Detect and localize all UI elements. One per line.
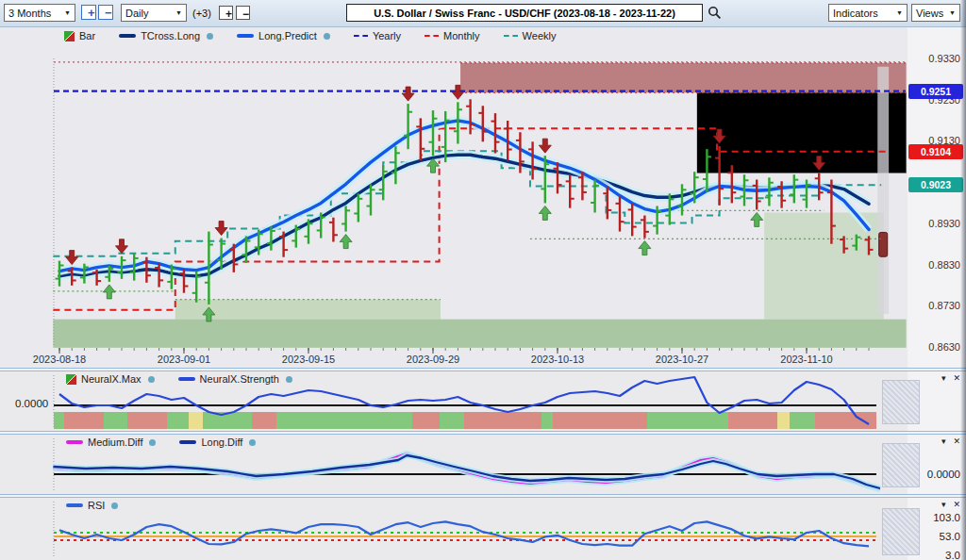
legend-label: Monthly	[443, 30, 480, 41]
date-axis-label: 2023-09-29	[393, 354, 473, 365]
views-button-label: Views	[916, 8, 943, 19]
info-dot-icon[interactable]	[111, 502, 118, 509]
price-axis-label: 0.8730	[909, 300, 960, 311]
line-icon	[178, 377, 195, 381]
panel-scroll-thumb[interactable]	[882, 508, 920, 555]
diff-panel: Medium.DiffLong.Diff 0.0000 ▾ ✕	[0, 435, 966, 494]
date-axis-label: 2023-10-13	[518, 354, 597, 365]
legend-label: Weekly	[523, 30, 557, 41]
legend-label: Medium.Diff	[88, 436, 142, 448]
main-legend: BarTCross.LongLong.PredictYearlyMonthlyW…	[64, 30, 573, 41]
price-badge: 0.9104	[908, 144, 963, 159]
legend-item-neuralx-max[interactable]: NeuralX.Max	[66, 373, 155, 385]
info-dot-icon[interactable]	[148, 376, 155, 383]
legend-item-long-diff[interactable]: Long.Diff	[179, 436, 256, 448]
range-select-value: 3 Months	[8, 8, 51, 19]
price-axis-label: 0.8830	[909, 259, 960, 271]
line-icon	[179, 440, 196, 444]
diff-zero-label: 0.0000	[921, 469, 960, 480]
close-panel-icon[interactable]: ✕	[953, 373, 960, 383]
collapse-panel-icon[interactable]: ▾	[941, 373, 946, 383]
price-axis-label: 0.9330	[909, 53, 960, 64]
indicators-button-label: Indicators	[833, 8, 878, 19]
legend-label: RSI	[88, 500, 105, 511]
rsi-axis-label: 103.0	[921, 512, 960, 523]
line-icon	[237, 34, 254, 38]
legend-label: Long.Diff	[201, 436, 242, 448]
legend-item-medium-diff[interactable]: Medium.Diff	[66, 436, 156, 448]
add-bars-button[interactable]: +	[219, 6, 233, 20]
price-axis-label: 0.8930	[909, 218, 960, 229]
interval-extra-label: (+3)	[192, 8, 211, 19]
info-dot-icon[interactable]	[249, 439, 256, 446]
neuralx-panel: NeuralX.MaxNeuralX.Strength 0.0000 ▾ ✕	[0, 371, 966, 431]
panel-divider[interactable]	[0, 431, 966, 435]
symbol-title[interactable]: U.S. Dollar / Swiss Franc - USD/CHF (202…	[346, 4, 703, 22]
bar-style-icon	[64, 31, 75, 41]
chevron-down-icon: ▼	[172, 9, 182, 16]
rsi-panel: RSI 103.053.03.0 ▾ ✕	[0, 498, 966, 560]
info-dot-icon[interactable]	[149, 439, 156, 446]
legend-label: Long.Predict	[258, 30, 317, 41]
price-axis-label: 0.8630	[909, 341, 960, 353]
panel-scroll-thumb[interactable]	[882, 380, 920, 424]
rsi-axis-label: 53.0	[921, 531, 960, 542]
rsi-legend: RSI	[66, 500, 135, 511]
legend-item-weekly[interactable]: Weekly	[504, 30, 557, 41]
price-badge: 0.9023	[908, 177, 963, 192]
line-icon	[66, 440, 83, 444]
date-axis-label: 2023-09-15	[269, 354, 348, 365]
neuralx-zero-label: 0.0000	[15, 398, 48, 409]
neuralx-legend: NeuralX.MaxNeuralX.Strength	[66, 373, 309, 385]
legend-item-bar[interactable]: Bar	[64, 30, 95, 41]
legend-label: NeuralX.Max	[81, 373, 142, 385]
chevron-down-icon: ▼	[945, 9, 956, 16]
line-icon	[66, 503, 83, 507]
panel-scroll-thumb[interactable]	[882, 443, 920, 487]
info-dot-icon[interactable]	[207, 33, 213, 40]
info-dot-icon[interactable]	[286, 376, 292, 383]
line-icon	[119, 34, 136, 38]
price-badge: 0.9251	[908, 84, 963, 99]
chevron-down-icon: ▼	[60, 9, 71, 16]
zoom-in-button[interactable]: +	[81, 5, 96, 20]
indicators-button[interactable]: Indicators ▼	[828, 4, 908, 22]
collapse-panel-icon[interactable]: ▾	[941, 436, 946, 446]
legend-item-rsi[interactable]: RSI	[66, 500, 118, 511]
dashed-line-icon	[425, 35, 439, 37]
legend-item-monthly[interactable]: Monthly	[425, 30, 480, 41]
rsi-axis-label: 3.0	[921, 550, 960, 560]
date-axis-label: 2023-08-18	[20, 354, 99, 365]
legend-label: TCross.Long	[141, 30, 200, 41]
dashed-line-icon	[504, 35, 518, 37]
interval-select[interactable]: Daily ▼	[121, 4, 187, 22]
legend-label: Yearly	[373, 30, 401, 41]
panel-divider[interactable]	[0, 494, 966, 498]
views-button[interactable]: Views ▼	[911, 4, 960, 22]
price-chart-canvas[interactable]	[0, 26, 966, 368]
legend-label: NeuralX.Strength	[200, 373, 279, 385]
legend-label: Bar	[79, 30, 95, 41]
search-icon[interactable]	[708, 6, 722, 20]
window-edge-shadow	[960, 0, 966, 560]
remove-bars-button[interactable]: −	[236, 6, 250, 20]
legend-item-neuralx-strength[interactable]: NeuralX.Strength	[178, 373, 292, 385]
range-select[interactable]: 3 Months ▼	[4, 4, 75, 22]
diff-legend: Medium.DiffLong.Diff	[66, 436, 273, 448]
date-axis-label: 2023-11-10	[767, 354, 846, 365]
legend-item-tcross-long[interactable]: TCross.Long	[119, 30, 213, 41]
legend-item-long-predict[interactable]: Long.Predict	[237, 30, 330, 41]
close-panel-icon[interactable]: ✕	[953, 500, 960, 509]
rsi-canvas[interactable]	[0, 498, 966, 560]
info-dot-icon[interactable]	[324, 33, 330, 40]
charting-app: 3 Months ▼ + − Daily ▼ (+3) + − U.S. Dol…	[0, 0, 966, 560]
interval-select-value: Daily	[125, 8, 148, 19]
bar-style-icon	[66, 374, 76, 385]
price-panel: BarTCross.LongLong.PredictYearlyMonthlyW…	[0, 26, 966, 368]
date-axis-label: 2023-10-27	[642, 354, 722, 365]
close-panel-icon[interactable]: ✕	[953, 436, 960, 446]
zoom-out-button[interactable]: −	[98, 5, 113, 20]
legend-item-yearly[interactable]: Yearly	[354, 30, 401, 41]
collapse-panel-icon[interactable]: ▾	[941, 500, 946, 509]
panel-divider[interactable]	[0, 368, 966, 371]
